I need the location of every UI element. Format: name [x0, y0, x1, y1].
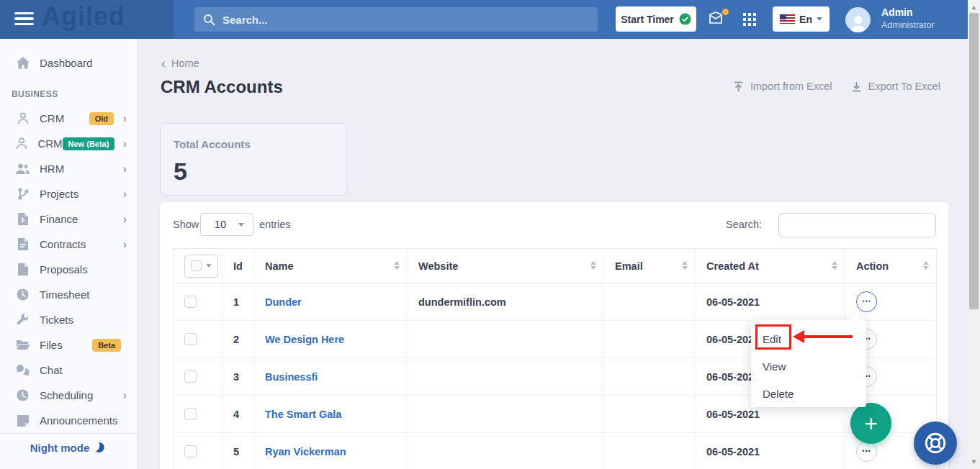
row-actions-button[interactable]: •••	[856, 291, 877, 312]
start-timer-label: Start Timer	[621, 14, 674, 25]
annotation-highlight-box	[755, 324, 791, 350]
avatar[interactable]	[845, 7, 871, 32]
cell-created-at: 06-05-2021	[696, 283, 845, 321]
row-checkbox[interactable]	[184, 370, 197, 383]
search-icon	[203, 14, 215, 26]
add-account-fab[interactable]: +	[850, 403, 891, 444]
apps-grid-button[interactable]	[743, 13, 756, 29]
cell-email	[604, 283, 696, 321]
table-controls: Show 10 entries Search:	[173, 214, 936, 238]
account-name-link[interactable]: Ryan Vickerman	[265, 446, 346, 457]
select-all-checkbox[interactable]	[191, 260, 202, 271]
account-name-link[interactable]: We Design Here	[265, 334, 344, 345]
row-checkbox[interactable]	[184, 408, 197, 420]
sidebar-item-chat[interactable]: Chat	[0, 358, 137, 383]
chevron-down-icon	[817, 17, 822, 21]
upload-icon	[733, 81, 744, 92]
sidebar-item-announcements[interactable]: Announcements	[0, 408, 137, 433]
night-mode-label: Night mode	[30, 442, 90, 454]
sort-icon[interactable]	[590, 261, 596, 270]
menu-item-delete[interactable]: Delete	[751, 380, 866, 407]
cell-website	[408, 321, 604, 358]
chevron-right-icon: ›	[120, 238, 127, 251]
branch-icon	[16, 188, 30, 200]
folder-icon	[16, 340, 30, 350]
hamburger-menu-icon[interactable]	[14, 12, 34, 27]
sidebar-item-finance[interactable]: $ Finance ›	[0, 206, 137, 232]
total-accounts-value: 5	[174, 158, 333, 186]
cell-website	[408, 396, 604, 433]
column-header-created-at[interactable]: Created At	[696, 249, 845, 283]
sidebar-item-proposals[interactable]: Proposals	[0, 257, 137, 282]
page-size-select[interactable]: 10	[200, 213, 253, 236]
sidebar-item-contracts[interactable]: Contracts ›	[0, 232, 137, 257]
sidebar-item-projects[interactable]: Projects ›	[0, 181, 137, 206]
cell-id: 2	[222, 321, 254, 358]
column-header-website[interactable]: Website	[408, 249, 604, 283]
global-search[interactable]	[194, 7, 598, 32]
sidebar-item-crm-old[interactable]: CRM Old ›	[0, 106, 137, 131]
old-badge: Old	[89, 112, 114, 125]
page-title: CRM Accounts	[161, 77, 283, 97]
scrollbar-up-arrow[interactable]: ▲	[968, 1, 980, 13]
person-icon	[849, 14, 868, 32]
scrollbar-down-arrow[interactable]: ▼	[968, 456, 980, 468]
scrollbar-thumb[interactable]	[969, 13, 979, 309]
beta-badge: Beta	[92, 339, 121, 352]
menu-item-view[interactable]: View	[751, 352, 866, 380]
sidebar-item-label: HRM	[40, 163, 120, 175]
sidebar-item-crm-new[interactable]: CRM New (Beta) ›	[0, 131, 137, 156]
cell-id: 3	[222, 358, 254, 396]
sort-icon[interactable]	[923, 261, 929, 270]
sidebar-item-timesheet[interactable]: Timesheet	[0, 282, 137, 307]
row-checkbox[interactable]	[184, 445, 197, 457]
chevron-right-icon: ›	[120, 188, 127, 201]
sidebar-item-files[interactable]: Files Beta	[0, 332, 137, 358]
total-accounts-label: Total Accounts	[174, 138, 333, 150]
sort-icon[interactable]	[832, 261, 837, 270]
page-scrollbar[interactable]: ▲ ▼	[968, 0, 980, 469]
table-row: 5 Ryan Vickerman 06-05-2021 •••	[174, 433, 937, 469]
sidebar-item-label: Scheduling	[40, 389, 120, 401]
notifications-button[interactable]	[709, 11, 727, 28]
row-actions-button[interactable]: •••	[856, 441, 877, 462]
start-timer-button[interactable]: Start Timer	[616, 6, 696, 32]
column-header-name[interactable]: Name	[254, 249, 408, 283]
column-header-action[interactable]: Action	[845, 249, 937, 283]
sort-icon[interactable]	[394, 261, 400, 270]
breadcrumb[interactable]: ‹ Home	[161, 58, 199, 69]
sort-icon[interactable]	[682, 261, 688, 270]
page-size-value: 10	[215, 219, 238, 230]
night-mode-toggle[interactable]: Night mode	[0, 434, 137, 461]
app-logo[interactable]: Agiled	[42, 1, 125, 32]
note-icon	[16, 415, 30, 427]
search-input[interactable]	[222, 14, 568, 26]
row-checkbox[interactable]	[184, 296, 197, 308]
column-header-id[interactable]: Id	[222, 249, 254, 283]
home-icon	[16, 57, 30, 69]
export-to-excel-button[interactable]: Export To Excel	[851, 81, 940, 92]
column-header-email[interactable]: Email	[604, 249, 696, 283]
sidebar-item-hrm[interactable]: HRM ›	[0, 156, 137, 181]
language-label: En	[799, 14, 812, 25]
account-name-link[interactable]: Dunder	[265, 296, 302, 308]
cell-id: 1	[222, 283, 254, 321]
account-name-link[interactable]: The Smart Gala	[265, 409, 341, 420]
sidebar-item-scheduling[interactable]: Scheduling ›	[0, 383, 137, 408]
user-menu[interactable]: Admin Administrator	[881, 6, 935, 30]
grid-icon	[743, 13, 756, 26]
entries-label: entries	[259, 219, 291, 230]
language-selector[interactable]: En	[773, 6, 830, 32]
excel-actions: Import from Excel Export To Excel	[733, 81, 940, 92]
cell-email	[604, 321, 696, 358]
help-fab[interactable]	[914, 422, 957, 465]
clock-icon	[16, 288, 30, 301]
row-checkbox[interactable]	[184, 333, 197, 345]
select-all-dropdown-button[interactable]	[184, 255, 218, 278]
import-from-excel-button[interactable]: Import from Excel	[733, 81, 832, 92]
table-search-input[interactable]	[778, 213, 936, 237]
svg-text:$: $	[21, 217, 24, 224]
sidebar-item-dashboard[interactable]: Dashboard	[0, 50, 137, 76]
account-name-link[interactable]: Businessfi	[265, 371, 318, 383]
sidebar-item-tickets[interactable]: Tickets	[0, 307, 137, 332]
